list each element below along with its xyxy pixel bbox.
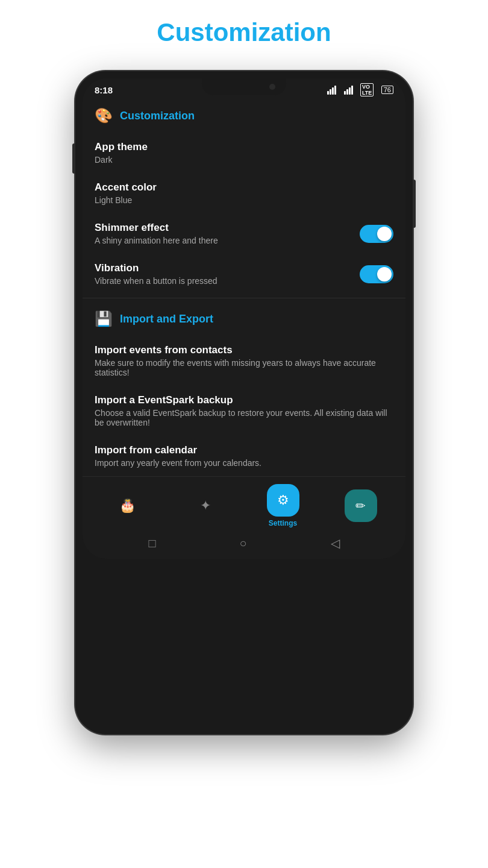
signal-bar-8 (351, 86, 353, 95)
accent-color-text: Accent color Light Blue (95, 181, 393, 205)
app-theme-title: App theme (95, 141, 393, 153)
signal-bar-3 (332, 87, 334, 95)
notch-camera (269, 84, 275, 90)
page-title: Customization (157, 18, 331, 47)
signal-bars (327, 86, 336, 95)
signal-bar-7 (349, 87, 351, 95)
import-calendar-text: Import from calendar Import any yearly e… (95, 444, 393, 468)
import-calendar-item[interactable]: Import from calendar Import any yearly e… (83, 436, 405, 476)
status-time: 8:18 (95, 85, 113, 95)
phone-inner: 8:18 (83, 78, 405, 559)
volte-badge: VOLTE (360, 83, 374, 96)
save-icon: 💾 (95, 310, 113, 327)
shimmer-effect-title: Shimmer effect (95, 222, 352, 234)
android-home-btn[interactable]: ○ (240, 536, 247, 550)
nav-item-edit[interactable]: ✏ (345, 489, 377, 522)
signal-bar-4 (334, 86, 336, 95)
settings-label: Settings (269, 519, 297, 527)
android-nav: □ ○ ◁ (83, 530, 405, 556)
signal-bar-2 (330, 89, 331, 95)
palette-icon: 🎨 (95, 107, 113, 124)
customization-section-header: 🎨 Customization (83, 99, 405, 133)
accent-color-subtitle: Light Blue (95, 195, 393, 205)
signal-bar-5 (344, 91, 346, 95)
shimmer-effect-subtitle: A shiny animation here and there (95, 236, 352, 245)
star-icon: ✦ (200, 498, 211, 514)
vibration-title: Vibration (95, 262, 352, 274)
customization-section-title: Customization (120, 110, 195, 122)
signal-bars-2 (344, 86, 353, 95)
import-backup-title: Import a EventSpark backup (95, 394, 393, 406)
events-icon-circle: 🎂 (111, 489, 144, 522)
app-theme-text: App theme Dark (95, 141, 393, 165)
import-calendar-title: Import from calendar (95, 444, 393, 456)
battery-icon: 76 (381, 86, 393, 94)
bottom-nav: 🎂 ✦ ⚙ Settings (83, 476, 405, 559)
status-icons: VOLTE 76 (327, 83, 393, 96)
vibration-subtitle: Vibrate when a button is pressed (95, 276, 352, 286)
nav-item-events[interactable]: 🎂 (111, 489, 144, 522)
app-theme-subtitle: Dark (95, 155, 393, 165)
shimmer-toggle[interactable] (360, 225, 393, 243)
edit-icon-circle: ✏ (345, 489, 377, 522)
gear-icon: ⚙ (277, 492, 289, 508)
vibration-toggle[interactable] (360, 265, 393, 283)
vibration-toggle-knob (377, 267, 392, 281)
import-export-section-title: Import and Export (120, 313, 213, 326)
android-recent-btn[interactable]: □ (148, 536, 155, 550)
import-contacts-subtitle: Make sure to modify the events with miss… (95, 358, 393, 377)
import-backup-subtitle: Choose a valid EventSpark backup to rest… (95, 408, 393, 427)
import-contacts-item[interactable]: Import events from contacts Make sure to… (83, 336, 405, 386)
import-backup-item[interactable]: Import a EventSpark backup Choose a vali… (83, 386, 405, 436)
settings-icon-circle: ⚙ (267, 484, 299, 517)
vibration-text: Vibration Vibrate when a button is press… (95, 262, 352, 286)
accent-color-item[interactable]: Accent color Light Blue (83, 173, 405, 213)
shimmer-toggle-knob (377, 227, 392, 241)
cake-icon: 🎂 (119, 498, 136, 514)
phone-shell: 8:18 (75, 71, 413, 734)
screen-content: 🎨 Customization App theme Dark Accent co… (83, 99, 405, 476)
nav-item-settings[interactable]: ⚙ Settings (267, 484, 299, 527)
app-theme-item[interactable]: App theme Dark (83, 133, 405, 173)
status-bar: 8:18 (83, 78, 405, 99)
signal-bar-6 (346, 89, 348, 95)
android-back-btn[interactable]: ◁ (331, 536, 340, 550)
accent-color-title: Accent color (95, 181, 393, 193)
import-contacts-title: Import events from contacts (95, 344, 393, 356)
import-backup-text: Import a EventSpark backup Choose a vali… (95, 394, 393, 427)
nav-items: 🎂 ✦ ⚙ Settings (83, 482, 405, 530)
vibration-item[interactable]: Vibration Vibrate when a button is press… (83, 254, 405, 294)
import-contacts-text: Import events from contacts Make sure to… (95, 344, 393, 377)
starred-icon-circle: ✦ (189, 489, 222, 522)
shimmer-effect-text: Shimmer effect A shiny animation here an… (95, 222, 352, 245)
signal-bar-1 (327, 91, 329, 95)
nav-item-starred[interactable]: ✦ (189, 489, 222, 522)
page-wrapper: Customization 8:18 (0, 0, 488, 868)
section-divider (83, 298, 405, 298)
import-export-section-header: 💾 Import and Export (83, 302, 405, 336)
pencil-icon: ✏ (355, 498, 366, 513)
shimmer-effect-item[interactable]: Shimmer effect A shiny animation here an… (83, 213, 405, 254)
import-calendar-subtitle: Import any yearly event from your calend… (95, 458, 393, 468)
status-notch (202, 78, 286, 95)
